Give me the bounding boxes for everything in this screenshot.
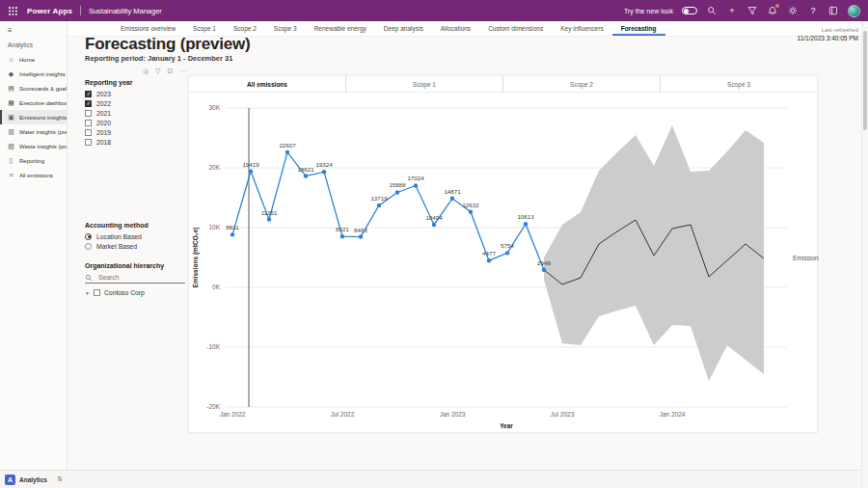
- sidebar-item-executive-dashboard[interactable]: ▦Executive dashboard: [0, 95, 67, 110]
- sidebar-item-reporting[interactable]: ▯Reporting: [0, 153, 67, 168]
- svg-text:-20K: -20K: [206, 403, 220, 410]
- sidebar: ≡ Analytics ⌂Home◆Intelligent insights (…: [0, 21, 68, 488]
- chart-area: 30K20K10K0K-10K-20KJan 2022Jul 2022Jan 2…: [189, 93, 819, 432]
- tab-emissions-overview[interactable]: Emissions overview: [112, 21, 184, 36]
- search-icon: [85, 274, 93, 282]
- radio-icon[interactable]: [85, 233, 92, 240]
- accounting-method-option-market-based[interactable]: Market Based: [85, 241, 185, 251]
- tab-scope-3[interactable]: Scope 3: [265, 21, 306, 36]
- accounting-method-group: Accounting method Location BasedMarket B…: [85, 222, 185, 251]
- sidebar-section-label: Analytics: [8, 41, 33, 48]
- scope-tab-scope-2[interactable]: Scope 2: [502, 76, 660, 92]
- collapse-menu-icon[interactable]: ≡: [8, 27, 13, 35]
- last-refreshed-label: Last refreshed: [798, 27, 858, 33]
- svg-text:Year: Year: [500, 422, 513, 429]
- try-new-look-label: Try the new look: [624, 8, 673, 14]
- reporting-year-option-2022[interactable]: 2022: [85, 98, 185, 108]
- focus-icon[interactable]: ◎: [143, 68, 149, 75]
- accounting-method-options: Location BasedMarket Based: [85, 231, 185, 251]
- reporting-year-option-2021[interactable]: 2021: [85, 108, 185, 118]
- checkbox-icon[interactable]: [85, 100, 92, 107]
- accounting-method-label: Accounting method: [85, 222, 185, 229]
- svg-text:10K: 10K: [208, 224, 220, 230]
- account-avatar[interactable]: [848, 5, 860, 17]
- svg-text:13719: 13719: [370, 195, 388, 202]
- scope-tab-all-emissions[interactable]: All emissions: [189, 76, 345, 92]
- visual-header-icons: ◎▽⊡⋯: [143, 68, 186, 75]
- reporting-year-option-2018[interactable]: 2018: [85, 137, 185, 147]
- svg-text:30K: 30K: [208, 104, 220, 111]
- intelligent-insights-icon: ◆: [7, 70, 15, 78]
- tab-key-influencers[interactable]: Key influencers: [552, 21, 611, 36]
- popout-icon[interactable]: ⊡: [168, 68, 174, 75]
- area-switcher[interactable]: A Analytics ⇅: [0, 471, 68, 488]
- scope-tab-scope-3[interactable]: Scope 3: [660, 76, 817, 92]
- more-options-icon[interactable]: ⋯: [179, 68, 186, 75]
- chevron-down-icon[interactable]: ▼: [85, 290, 90, 296]
- checkbox-icon[interactable]: [85, 91, 92, 97]
- help-icon[interactable]: ?: [807, 5, 819, 16]
- org-tree-item[interactable]: ▼ Contoso Corp: [85, 287, 185, 298]
- svg-text:17024: 17024: [407, 175, 424, 181]
- tab-renewable-energy[interactable]: Renewable energy: [306, 21, 375, 36]
- scope-tab-scope-1[interactable]: Scope 1: [345, 76, 502, 92]
- add-icon[interactable]: +: [726, 5, 738, 16]
- filter-icon[interactable]: [746, 5, 758, 16]
- checkbox-icon[interactable]: [85, 120, 92, 126]
- scrollbar-thumb[interactable]: [863, 31, 867, 130]
- product-name[interactable]: Sustainability Manager: [89, 7, 162, 15]
- sidebar-item-waste-insights-previ[interactable]: ▧Waste insights (previ...: [0, 139, 67, 153]
- filter-pane: Reporting year 202320222021202020192018 …: [85, 79, 185, 469]
- tab-forecasting[interactable]: Forecasting: [612, 21, 665, 36]
- reporting-year-options: 202320222021202020192018: [85, 89, 185, 147]
- sidebar-item-scorecards-goals[interactable]: ▤Scorecards & goals: [0, 81, 67, 95]
- svg-text:10613: 10613: [517, 213, 534, 220]
- reporting-year-group: Reporting year 202320222021202020192018: [85, 79, 185, 147]
- tab-scope-2[interactable]: Scope 2: [225, 21, 265, 36]
- guide-icon[interactable]: [827, 5, 839, 16]
- filter-funnel-icon[interactable]: ▽: [155, 68, 160, 75]
- radio-icon[interactable]: [85, 243, 92, 250]
- sidebar-item-intelligent-insights-p[interactable]: ◆Intelligent insights (p...: [0, 67, 67, 81]
- scope-tab-bar: All emissionsScope 1Scope 2Scope 3: [189, 76, 817, 93]
- notifications-icon[interactable]: [767, 5, 778, 16]
- topbar-divider: [80, 6, 81, 15]
- svg-text:19324: 19324: [315, 161, 333, 168]
- svg-text:2948: 2948: [537, 259, 551, 266]
- executive-dashboard-icon: ▦: [7, 99, 15, 107]
- checkbox-icon[interactable]: [94, 289, 100, 296]
- sidebar-item-all-emissions[interactable]: ≡All emissions: [0, 168, 67, 182]
- checkbox-icon[interactable]: [85, 110, 92, 117]
- svg-text:12632: 12632: [462, 202, 479, 208]
- svg-text:Emissions: Emissions: [793, 255, 819, 261]
- checkbox-icon[interactable]: [85, 139, 92, 146]
- org-tree-label: Contoso Corp: [104, 289, 145, 296]
- forecast-visual-card: All emissionsScope 1Scope 2Scope 3 30K20…: [188, 75, 818, 433]
- tab-deep-analysis[interactable]: Deep analysis: [375, 21, 432, 36]
- search-icon[interactable]: [706, 5, 718, 16]
- sidebar-item-water-insights-previ[interactable]: ▥Water insights (previ...: [0, 124, 67, 139]
- tab-scope-1[interactable]: Scope 1: [184, 21, 225, 36]
- svg-text:18621: 18621: [297, 166, 314, 173]
- search-input[interactable]: [96, 273, 174, 282]
- accounting-method-option-location-based[interactable]: Location Based: [85, 231, 185, 241]
- reporting-year-option-2020[interactable]: 2020: [85, 118, 185, 127]
- emissions-insights-icon: ▣: [7, 114, 15, 122]
- area-switcher-icon[interactable]: ⇅: [57, 475, 63, 483]
- svg-text:15888: 15888: [389, 181, 406, 188]
- sidebar-item-emissions-insights[interactable]: ▣Emissions insights: [0, 110, 67, 124]
- settings-icon[interactable]: [787, 5, 799, 16]
- waffle-icon[interactable]: [8, 6, 17, 15]
- reporting-icon: ▯: [7, 157, 15, 165]
- svg-text:0K: 0K: [212, 284, 221, 290]
- svg-text:19419: 19419: [242, 161, 259, 168]
- checkbox-icon[interactable]: [85, 129, 92, 136]
- try-new-look-toggle[interactable]: [682, 7, 697, 14]
- sidebar-item-home[interactable]: ⌂Home: [0, 52, 67, 67]
- svg-text:Emissions (mtCO₂e): Emissions (mtCO₂e): [192, 228, 200, 288]
- tab-custom-dimensions[interactable]: Custom dimensions: [479, 21, 552, 36]
- tab-allocations[interactable]: Allocations: [432, 21, 479, 36]
- reporting-year-option-2023[interactable]: 2023: [85, 89, 185, 98]
- scrollbar[interactable]: [861, 21, 868, 488]
- reporting-year-option-2019[interactable]: 2019: [85, 127, 185, 137]
